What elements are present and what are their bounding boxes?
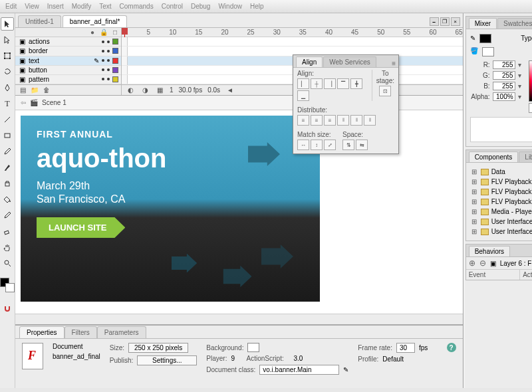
tab-mixer[interactable]: Mixer: [469, 18, 497, 29]
dist-top-icon[interactable]: ≡: [297, 115, 309, 126]
add-behavior-icon[interactable]: ⊕: [469, 258, 475, 268]
stepper-icon[interactable]: ▾: [518, 82, 523, 90]
background-swatch[interactable]: [247, 343, 259, 352]
frame-row[interactable]: [122, 37, 463, 47]
menu-edit[interactable]: Edit: [5, 3, 17, 10]
edit-class-icon[interactable]: ✎: [343, 366, 348, 373]
tab-parameters[interactable]: Parameters: [97, 326, 146, 338]
color-picker[interactable]: [529, 60, 532, 102]
expand-icon[interactable]: ⊞: [471, 178, 478, 185]
fps-input[interactable]: [396, 343, 415, 353]
eyedropper-tool-icon[interactable]: [1, 209, 14, 222]
expand-icon[interactable]: ⊞: [471, 198, 478, 205]
lasso-tool-icon[interactable]: [1, 65, 14, 78]
expand-icon[interactable]: ⊞: [471, 188, 478, 195]
stage-canvas[interactable]: FIRST ANNUAL aquo-thon March 29th San Fr…: [21, 116, 320, 302]
expand-icon[interactable]: ⊞: [471, 168, 478, 175]
new-folder-icon[interactable]: 📁: [30, 86, 39, 95]
document-class-input[interactable]: [259, 365, 339, 375]
g-input[interactable]: [493, 71, 515, 80]
layer-pattern[interactable]: ▣ pattern: [15, 75, 121, 84]
menu-debug[interactable]: Debug: [191, 3, 210, 10]
minimize-icon[interactable]: ‒: [430, 17, 439, 26]
snap-tool-icon[interactable]: [1, 302, 14, 315]
delete-layer-icon[interactable]: 🗑: [42, 86, 51, 95]
layer-button[interactable]: ▣ button: [15, 66, 121, 75]
tab-filters[interactable]: Filters: [65, 326, 97, 338]
remove-behavior-icon[interactable]: ⊖: [479, 258, 486, 268]
space-vert-icon[interactable]: ⇅: [342, 140, 354, 150]
selection-tool-icon[interactable]: [1, 17, 14, 31]
paint-bucket-tool-icon[interactable]: [1, 193, 14, 206]
component-folder[interactable]: ⊞Media - Player 6 - 7: [470, 207, 532, 217]
help-icon[interactable]: ?: [447, 343, 456, 352]
expand-icon[interactable]: ⊞: [471, 218, 478, 225]
tab-swatches[interactable]: Swatches: [497, 18, 532, 29]
dist-left-icon[interactable]: ⦀: [337, 115, 349, 126]
color-swatches[interactable]: [0, 278, 15, 292]
tab-components[interactable]: Components: [469, 151, 519, 162]
hex-input[interactable]: [529, 103, 532, 113]
menu-text[interactable]: Text: [99, 3, 111, 10]
align-left-icon[interactable]: ▏: [297, 78, 309, 89]
menu-commands[interactable]: Commands: [120, 3, 154, 10]
brush-tool-icon[interactable]: [1, 161, 14, 174]
menu-view[interactable]: View: [25, 3, 39, 10]
scene-name[interactable]: Scene 1: [42, 99, 66, 106]
rectangle-tool-icon[interactable]: [1, 129, 14, 142]
align-panel[interactable]: Align Web Services ≡ Align: ▏ ┼ ▕ ▔ ╋ ▁ …: [293, 54, 399, 154]
match-both-icon[interactable]: ⤢: [324, 140, 336, 150]
eraser-tool-icon[interactable]: [1, 225, 14, 238]
horizontal-scrollbar[interactable]: [15, 314, 463, 324]
layer-actions[interactable]: ▣ actions: [15, 37, 121, 47]
eye-icon[interactable]: ●: [90, 29, 94, 36]
align-bottom-icon[interactable]: ▁: [297, 90, 309, 101]
text-tool-icon[interactable]: T: [1, 97, 14, 110]
component-folder[interactable]: ⊞FLV Playback - AS 3: [470, 177, 532, 187]
layer-text[interactable]: ▣ text ✎: [15, 56, 121, 66]
align-top-icon[interactable]: ▔: [337, 78, 349, 89]
rewind-icon[interactable]: ◄: [225, 86, 235, 95]
restore-icon[interactable]: ❐: [440, 17, 450, 26]
free-transform-tool-icon[interactable]: [1, 49, 14, 62]
outline-icon[interactable]: □: [113, 29, 117, 36]
align-vcenter-icon[interactable]: ╋: [350, 78, 362, 89]
fill-color-swatch[interactable]: [5, 283, 15, 292]
size-button[interactable]: 250 x 250 pixels: [128, 343, 188, 353]
fill-swatch[interactable]: [482, 47, 494, 56]
alpha-input[interactable]: [493, 92, 515, 101]
onion-skin-icon[interactable]: ◐: [126, 86, 135, 95]
tab-untitled[interactable]: Untitled-1: [18, 15, 61, 27]
stroke-swatch[interactable]: [479, 34, 491, 43]
pen-tool-icon[interactable]: [1, 81, 14, 94]
expand-icon[interactable]: ⊞: [471, 208, 478, 215]
dist-hcenter-icon[interactable]: ⦀: [350, 115, 362, 126]
align-hcenter-icon[interactable]: ┼: [311, 78, 323, 89]
stepper-icon[interactable]: ▾: [518, 72, 523, 79]
launch-site-button[interactable]: LAUNCH SITE: [37, 217, 125, 238]
tab-web-services[interactable]: Web Services: [323, 56, 376, 67]
menu-control[interactable]: Control: [162, 3, 183, 10]
back-icon[interactable]: ⇦: [21, 99, 26, 106]
component-folder[interactable]: ⊞User Interface - AS 3: [470, 227, 532, 237]
tab-library[interactable]: Library: [519, 151, 532, 162]
menu-insert[interactable]: Insert: [47, 3, 64, 10]
r-input[interactable]: [493, 60, 515, 69]
dist-right-icon[interactable]: ⦀: [364, 115, 376, 126]
dist-vcenter-icon[interactable]: ≡: [311, 115, 323, 126]
subselection-tool-icon[interactable]: [1, 33, 14, 47]
component-folder[interactable]: ⊞Data: [470, 167, 532, 177]
onion-skin-outline-icon[interactable]: ◑: [140, 86, 150, 95]
match-width-icon[interactable]: ↔: [297, 140, 309, 150]
close-icon[interactable]: ×: [451, 17, 460, 26]
to-stage-toggle[interactable]: ⊡: [379, 86, 391, 96]
stepper-icon[interactable]: ▾: [518, 93, 523, 100]
tab-properties[interactable]: Properties: [19, 326, 65, 338]
align-right-icon[interactable]: ▕: [324, 78, 336, 89]
edit-multiple-icon[interactable]: ▦: [155, 86, 164, 95]
b-input[interactable]: [493, 82, 515, 90]
component-folder[interactable]: ⊞FLV Playback Custom UI: [470, 197, 532, 207]
space-horiz-icon[interactable]: ⇆: [356, 140, 368, 150]
layer-border[interactable]: ▣ border: [15, 47, 121, 56]
pencil-tool-icon[interactable]: [1, 145, 14, 158]
